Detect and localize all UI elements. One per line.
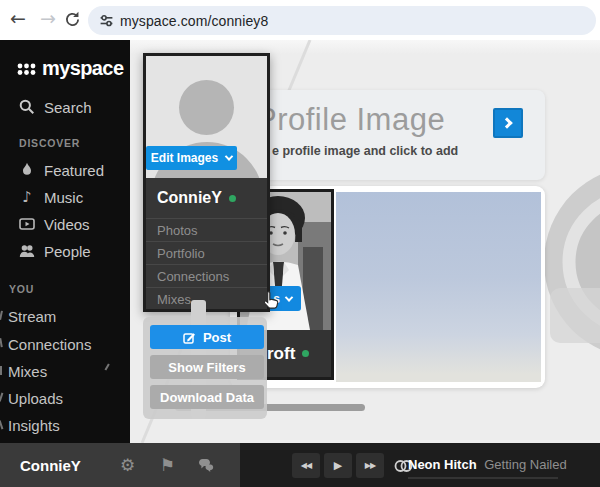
cover-photo-sky[interactable] [336, 192, 541, 382]
sidebar-label-stream: Stream [8, 308, 56, 325]
show-filters-button[interactable]: Show Filters [150, 355, 264, 379]
previous-track-button[interactable]: ◀◀ [292, 453, 320, 478]
edit-images-label: Edit Images [151, 151, 218, 165]
sidebar-label-uploads: Uploads [8, 390, 63, 407]
panel-menu-portfolio[interactable]: Portfolio [146, 241, 267, 264]
sidebar-label-insights: Insights [8, 417, 60, 434]
next-track-button[interactable]: ▶▶ [356, 453, 384, 478]
panel-username: ConnieY [157, 189, 222, 207]
download-data-button[interactable]: Download Data [150, 385, 264, 409]
chevron-right-icon [501, 117, 512, 128]
track-artist: Neon Hitch [408, 457, 477, 472]
sidebar-label-mixes: Mixes [8, 363, 47, 380]
actions-panel: Post Show Filters Download Data [143, 317, 267, 419]
post-button[interactable]: Post [150, 325, 264, 349]
back-icon[interactable]: ← [10, 7, 26, 29]
avatar-head-silhouette [179, 80, 234, 135]
logo-wordmark: myspace [42, 57, 123, 80]
panel-username-row: ConnieY [146, 178, 267, 218]
myspace-logo[interactable]: myspace [17, 57, 123, 80]
post-label: Post [203, 330, 231, 345]
profile-image-header-card: Profile Image e profile image and click … [252, 90, 545, 180]
people-icon [19, 243, 35, 259]
next-arrow-button[interactable] [493, 108, 523, 138]
play-icon: ▶ [334, 459, 342, 472]
sidebar-item-insights[interactable]: Insights [0, 415, 130, 435]
show-filters-label: Show Filters [168, 360, 245, 375]
sidebar-item-uploads[interactable]: Uploads [0, 388, 130, 408]
chat-bubbles-icon[interactable] [198, 457, 216, 473]
sidebar-label-people: People [44, 243, 91, 260]
footer-username: ConnieY [20, 457, 81, 474]
sidebar-label-music: Music [44, 189, 83, 206]
panel-menu-photos[interactable]: Photos [146, 218, 267, 241]
online-status-dot [229, 195, 236, 202]
footer-user-section: ConnieY ⚙ ⚑ [0, 443, 240, 487]
sidebar-label-search: Search [44, 99, 92, 116]
search-icon [19, 99, 35, 115]
sidebar-item-connections[interactable]: Connections [0, 334, 130, 354]
clipped-icon-fragment [0, 311, 5, 321]
card-subtitle: e profile image and click to add [272, 144, 458, 158]
sidebar-item-mixes[interactable]: Mixes [0, 361, 130, 381]
chevron-down-icon [285, 293, 293, 301]
panel-menu-connections[interactable]: Connections [146, 264, 267, 287]
profile-quick-panel: Edit Images ConnieY Photos Portfolio Con… [143, 53, 270, 312]
sidebar-item-search[interactable]: Search [0, 96, 130, 118]
sidebar-item-videos[interactable]: Videos [0, 213, 130, 235]
clipped-icon-fragment [0, 393, 5, 403]
edit-images-button[interactable]: Edit Images [146, 146, 237, 170]
track-progress-line [408, 477, 558, 479]
sidebar-label-featured: Featured [44, 162, 104, 179]
video-icon [19, 216, 35, 232]
stray-mark [105, 363, 112, 371]
track-title: Getting Nailed [484, 457, 566, 472]
rewind-icon: ◀◀ [301, 461, 311, 470]
address-bar[interactable]: myspace.com/conniey8 [88, 6, 596, 35]
reload-icon[interactable] [64, 11, 81, 28]
sidebar-item-featured[interactable]: Featured [0, 159, 130, 181]
music-note-icon: ♪ [19, 189, 35, 205]
browser-toolbar: ← → myspace.com/conniey8 [0, 0, 600, 40]
compose-icon [183, 331, 196, 344]
url-text[interactable]: myspace.com/conniey8 [120, 13, 268, 29]
sidebar-label-videos: Videos [44, 216, 90, 233]
sidebar: myspace Search DISCOVER Featured ♪ Music… [0, 40, 130, 443]
fast-forward-icon: ▶▶ [365, 461, 375, 470]
forward-icon[interactable]: → [40, 7, 56, 29]
clipped-icon-fragment [0, 420, 5, 430]
sidebar-section-discover: DISCOVER [19, 137, 80, 149]
myspace-logomark-icon [17, 60, 39, 77]
footer-bar: ConnieY ⚙ ⚑ ◀◀ ▶ ▶▶ Neon Hitch Getting N… [0, 443, 600, 487]
play-button[interactable]: ▶ [324, 453, 352, 478]
site-info-icon[interactable] [99, 13, 114, 28]
flame-icon [19, 162, 35, 178]
sidebar-item-people[interactable]: People [0, 240, 130, 262]
download-data-label: Download Data [160, 390, 254, 405]
sidebar-section-you: YOU [9, 283, 34, 295]
hand-cursor-icon [262, 290, 279, 309]
clipped-icon-fragment [0, 338, 5, 348]
online-status-dot [302, 350, 309, 357]
sidebar-item-stream[interactable]: Stream [0, 306, 130, 326]
underlying-profile-name-fragment: roft [267, 344, 295, 364]
now-playing[interactable]: Neon Hitch Getting Nailed [408, 457, 567, 472]
gear-icon[interactable]: ⚙ [120, 455, 135, 475]
sidebar-item-music[interactable]: ♪ Music [0, 186, 130, 208]
clipped-icon-fragment [0, 366, 4, 375]
panel-menu-mixes[interactable]: Mixes [146, 287, 267, 310]
flag-icon[interactable]: ⚑ [160, 455, 175, 475]
card-title: Profile Image [256, 102, 445, 138]
chevron-down-icon [225, 152, 233, 160]
sidebar-label-connections: Connections [8, 336, 91, 353]
